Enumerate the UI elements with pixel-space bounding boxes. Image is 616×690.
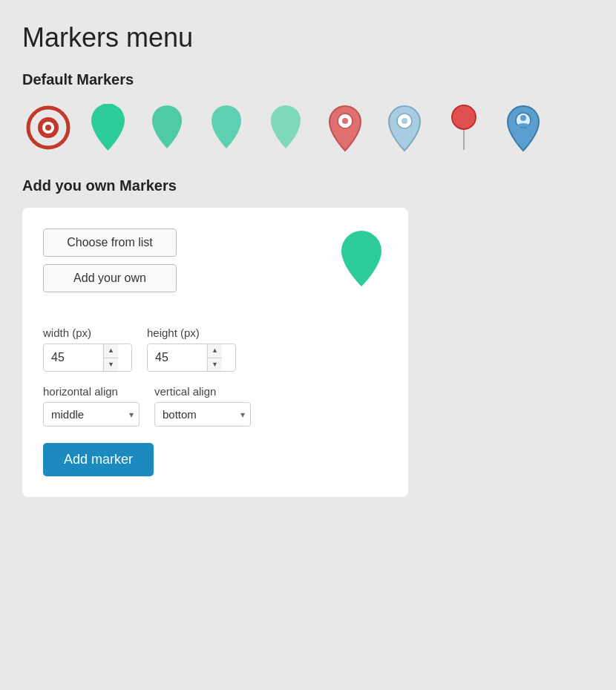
width-field-group: width (px) ▲ ▼ xyxy=(43,326,132,372)
h-align-label: horizontal align xyxy=(43,385,140,398)
svg-point-7 xyxy=(402,118,407,124)
width-increment-button[interactable]: ▲ xyxy=(104,344,118,358)
width-input-wrapper: ▲ ▼ xyxy=(43,344,132,372)
add-marker-button[interactable]: Add marker xyxy=(43,443,154,476)
marker-preview xyxy=(335,229,387,291)
marker-icon-6[interactable] xyxy=(319,102,371,154)
dimension-fields: width (px) ▲ ▼ height (px) ▲ ▼ xyxy=(43,323,387,372)
choose-add-buttons: Choose from list Add your own xyxy=(43,229,177,292)
v-align-select[interactable]: top middle bottom xyxy=(154,402,251,427)
svg-point-3 xyxy=(45,125,51,131)
height-input[interactable] xyxy=(148,346,207,369)
default-markers-heading: Default Markers xyxy=(22,71,594,88)
height-increment-button[interactable]: ▲ xyxy=(208,344,222,358)
height-field-group: height (px) ▲ ▼ xyxy=(147,326,236,372)
add-own-section: Add you own Markers Choose from list Add… xyxy=(22,177,594,497)
v-align-field-group: vertical align top middle bottom ▾ xyxy=(154,385,251,427)
marker-icon-4[interactable] xyxy=(200,102,252,154)
add-your-own-button[interactable]: Add your own xyxy=(43,264,177,292)
v-align-select-wrapper: top middle bottom ▾ xyxy=(154,402,251,427)
height-input-wrapper: ▲ ▼ xyxy=(147,344,236,372)
add-marker-card: Choose from list Add your own width (px)… xyxy=(22,208,408,497)
height-spin-buttons: ▲ ▼ xyxy=(207,344,222,371)
width-label: width (px) xyxy=(43,326,132,339)
width-input[interactable] xyxy=(44,346,103,369)
marker-icon-9[interactable] xyxy=(497,102,549,154)
default-markers-row xyxy=(22,102,594,154)
choose-from-list-button[interactable]: Choose from list xyxy=(43,229,177,257)
h-align-select[interactable]: left middle right xyxy=(43,402,140,427)
height-label: height (px) xyxy=(147,326,236,339)
svg-point-5 xyxy=(342,118,348,124)
marker-icon-7[interactable] xyxy=(379,102,430,154)
align-fields: horizontal align left middle right ▾ ver… xyxy=(43,385,387,427)
width-decrement-button[interactable]: ▼ xyxy=(104,358,118,372)
svg-point-9 xyxy=(452,105,476,129)
marker-icon-3[interactable] xyxy=(141,102,193,154)
v-align-label: vertical align xyxy=(154,385,251,398)
add-own-heading: Add you own Markers xyxy=(22,177,594,194)
h-align-field-group: horizontal align left middle right ▾ xyxy=(43,385,140,427)
marker-icon-2[interactable] xyxy=(82,102,134,154)
width-spin-buttons: ▲ ▼ xyxy=(103,344,118,371)
svg-point-11 xyxy=(520,115,526,121)
marker-icon-8[interactable] xyxy=(438,102,490,154)
marker-icon-1[interactable] xyxy=(22,102,74,154)
page-title: Markers menu xyxy=(22,22,594,53)
marker-icon-5[interactable] xyxy=(260,102,312,154)
height-decrement-button[interactable]: ▼ xyxy=(208,358,222,372)
h-align-select-wrapper: left middle right ▾ xyxy=(43,402,140,427)
